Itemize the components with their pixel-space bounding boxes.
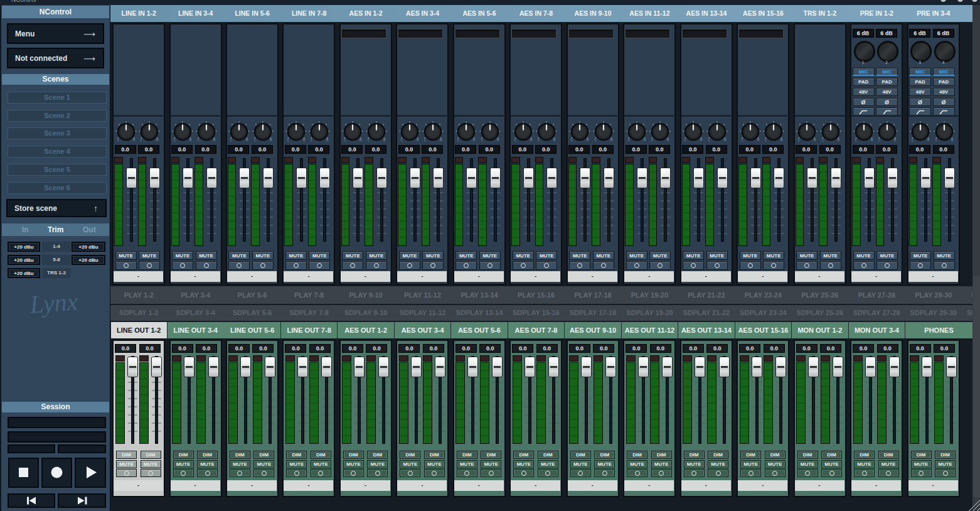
svg-text:L: L: [174, 138, 176, 142]
svg-text:L: L: [912, 138, 913, 142]
svg-text:R: R: [667, 138, 669, 142]
svg-text:R: R: [814, 138, 816, 142]
svg-text:R: R: [927, 138, 930, 142]
svg-text:L: L: [628, 138, 630, 142]
svg-text:R: R: [724, 138, 727, 142]
svg-text:L: L: [141, 138, 142, 142]
svg-text:L: L: [684, 138, 686, 142]
svg-text:L: L: [878, 138, 880, 142]
svg-text:L: L: [344, 138, 346, 142]
svg-text:R: R: [270, 138, 272, 142]
svg-text:L: L: [198, 138, 200, 142]
svg-text:R: R: [303, 138, 306, 142]
svg-text:R: R: [780, 138, 783, 142]
svg-text:L: L: [822, 138, 824, 142]
svg-text:L: L: [254, 138, 256, 142]
svg-text:L: L: [287, 138, 289, 142]
svg-text:L: L: [708, 138, 710, 142]
svg-text:R: R: [473, 138, 476, 142]
svg-text:L: L: [481, 138, 483, 142]
svg-text:R: R: [587, 138, 589, 142]
svg-text:R: R: [360, 138, 362, 142]
svg-text:L: L: [798, 138, 800, 142]
svg-text:R: R: [530, 138, 533, 142]
svg-text:L: L: [595, 138, 597, 142]
svg-text:R: R: [440, 138, 442, 142]
svg-text:L: L: [935, 138, 937, 142]
svg-text:R: R: [246, 138, 248, 142]
svg-text:R: R: [326, 138, 329, 142]
svg-text:R: R: [757, 138, 760, 142]
svg-text:L: L: [765, 138, 767, 142]
svg-text:L: L: [117, 138, 119, 142]
svg-text:L: L: [401, 138, 403, 142]
svg-text:L: L: [230, 138, 232, 142]
svg-text:L: L: [514, 138, 516, 142]
svg-text:L: L: [424, 138, 426, 142]
svg-text:R: R: [951, 138, 954, 142]
svg-text:L: L: [571, 138, 573, 142]
svg-text:R: R: [838, 138, 840, 142]
svg-text:R: R: [497, 138, 499, 142]
svg-text:R: R: [189, 138, 192, 142]
svg-text:R: R: [417, 138, 419, 142]
svg-text:R: R: [894, 138, 897, 142]
svg-text:L: L: [538, 138, 540, 142]
svg-text:R: R: [213, 138, 216, 142]
svg-text:R: R: [610, 138, 613, 142]
svg-text:L: L: [651, 138, 653, 142]
svg-text:R: R: [156, 138, 159, 142]
svg-text:L: L: [855, 138, 857, 142]
svg-text:L: L: [457, 138, 459, 142]
svg-text:L: L: [368, 138, 370, 142]
svg-text:R: R: [700, 138, 703, 142]
svg-text:R: R: [133, 138, 136, 142]
svg-text:L: L: [311, 138, 312, 142]
svg-text:L: L: [742, 138, 743, 142]
svg-text:R: R: [871, 138, 873, 142]
svg-text:R: R: [383, 138, 386, 142]
svg-text:R: R: [553, 138, 556, 142]
svg-text:R: R: [644, 138, 646, 142]
